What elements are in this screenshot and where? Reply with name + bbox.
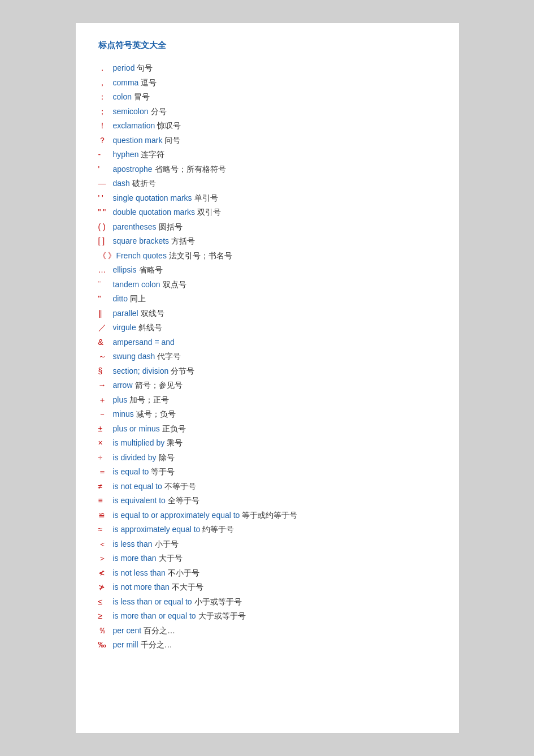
list-item: ×is multiplied by 乘号 <box>98 436 436 450</box>
english-label: comma <box>113 76 139 90</box>
list-item: [ ]square brackets 方括号 <box>98 234 436 248</box>
symbol: × <box>98 436 113 450</box>
english-label: square brackets <box>113 234 170 248</box>
chinese-label: 双引号 <box>197 205 221 219</box>
symbol: ≈ <box>98 522 113 537</box>
english-label: parallel <box>113 306 138 321</box>
symbol: [ ] <box>98 234 113 248</box>
list-item: ≡is equivalent to 全等于号 <box>98 494 436 508</box>
symbol: ． <box>98 61 113 75</box>
chinese-label: 逗号 <box>141 76 157 90</box>
page-title: 标点符号英文大全 <box>98 40 436 51</box>
list-item: ' 'single quotation marks 单引号 <box>98 191 436 205</box>
chinese-label: 全等于号 <box>168 494 199 508</box>
chinese-label: 冒号 <box>134 90 150 104</box>
english-label: double quotation marks <box>113 205 196 219</box>
list-item: ：colon 冒号 <box>98 90 436 104</box>
chinese-label: 连字符 <box>141 148 164 162</box>
list-item: §section; division 分节号 <box>98 364 436 378</box>
chinese-label: 减号；负号 <box>136 407 176 421</box>
chinese-label: 省略号；所有格符号 <box>155 162 226 176</box>
chinese-label: 大于号 <box>159 551 183 565</box>
list-item: …ellipsis 省略号 <box>98 263 436 277</box>
symbol: ＝ <box>98 465 113 479</box>
symbol: — <box>98 176 113 191</box>
english-label: is approximately equal to <box>113 522 201 537</box>
chinese-label: 正负号 <box>162 422 186 436</box>
english-label: is equivalent to <box>113 494 166 508</box>
chinese-label: 乘号 <box>167 436 183 450</box>
chinese-label: 约等于号 <box>202 522 234 537</box>
symbol: － <box>98 407 113 421</box>
list-item: ≯is not more than 不大于号 <box>98 580 436 594</box>
chinese-label: 不等于号 <box>164 479 196 494</box>
chinese-label: 加号；正号 <box>129 393 169 407</box>
list-item: ≮is not less than 不小于号 <box>98 566 436 580</box>
symbol: ＋ <box>98 393 113 407</box>
english-label: is not equal to <box>113 479 162 494</box>
english-label: parentheses <box>113 220 157 234</box>
list-item: ！exclamation 惊叹号 <box>98 119 436 133</box>
chinese-label: 问号 <box>164 133 180 148</box>
chinese-label: 不小于号 <box>168 566 199 580</box>
list-item: ；semicolon 分号 <box>98 105 436 119</box>
english-label: is divided by <box>113 451 157 465</box>
main-container: 标点符号英文大全 ．period 句号，comma 逗号：colon 冒号；se… <box>75 23 459 733</box>
chinese-label: 圆括号 <box>159 220 183 234</box>
symbol: ； <box>98 105 113 119</box>
english-label: question mark <box>113 133 163 148</box>
english-label: single quotation marks <box>113 191 192 205</box>
english-label: period <box>113 61 135 75</box>
list-item: ≈is approximately equal to 约等于号 <box>98 522 436 537</box>
english-label: is equal to or approximately equal to <box>113 508 240 522</box>
chinese-label: 法文引号；书名号 <box>169 249 232 263</box>
symbol: → <box>98 378 113 392</box>
symbol: 《 》 <box>98 249 116 263</box>
symbol: ≠ <box>98 479 113 494</box>
chinese-label: 惊叹号 <box>157 119 181 133</box>
english-label: is more than <box>113 551 157 565</box>
symbol: ／ <box>98 321 113 335</box>
chinese-label: 小于号 <box>155 537 179 551</box>
english-label: is more than or equal to <box>113 609 196 623</box>
english-label: plus <box>113 393 128 407</box>
english-label: is less than <box>113 537 153 551</box>
list-item: ≠is not equal to 不等于号 <box>98 479 436 494</box>
list-item: ＜is less than 小于号 <box>98 537 436 551</box>
chinese-label: 双线号 <box>141 306 164 321</box>
symbol: ≯ <box>98 580 113 594</box>
english-label: hyphen <box>113 148 139 162</box>
list-item: ÷is divided by 除号 <box>98 451 436 465</box>
symbol: ' <box>98 162 113 176</box>
english-label: swung dash <box>113 349 155 364</box>
list-item: ( )parentheses 圆括号 <box>98 220 436 234</box>
chinese-label: 双点号 <box>163 278 186 292</box>
english-label: ditto <box>113 292 128 306</box>
symbol-list: ．period 句号，comma 逗号：colon 冒号；semicolon 分… <box>98 61 436 652</box>
symbol: ！ <box>98 119 113 133</box>
symbol: - <box>98 148 113 162</box>
list-item: ／virgule 斜线号 <box>98 321 436 335</box>
symbol: ‰ <box>98 638 113 652</box>
english-label: colon <box>113 90 132 104</box>
list-item: ～swung dash 代字号 <box>98 349 436 364</box>
list-item: ＋plus 加号；正号 <box>98 393 436 407</box>
chinese-label: 箭号；参见号 <box>135 378 183 392</box>
list-item: ≤is less than or equal to 小于或等于号 <box>98 595 436 609</box>
list-item: ，comma 逗号 <box>98 76 436 90</box>
symbol: ≡ <box>98 494 113 508</box>
english-label: apostrophe <box>113 162 153 176</box>
list-item: ≥is more than or equal to 大于或等于号 <box>98 609 436 623</box>
english-label: is not less than <box>113 566 166 580</box>
english-label: arrow <box>113 378 133 392</box>
symbol: ％ <box>98 624 113 638</box>
list-item: ∥parallel 双线号 <box>98 306 436 321</box>
english-label: per cent <box>113 624 142 638</box>
chinese-label: 方括号 <box>171 234 195 248</box>
symbol: " <box>98 292 113 306</box>
list-item: 《 》French quotes 法文引号；书名号 <box>98 249 436 263</box>
chinese-label: 代字号 <box>157 349 181 364</box>
english-label: semicolon <box>113 105 149 119</box>
symbol: ～ <box>98 349 113 364</box>
english-label: is not more than <box>113 580 170 594</box>
